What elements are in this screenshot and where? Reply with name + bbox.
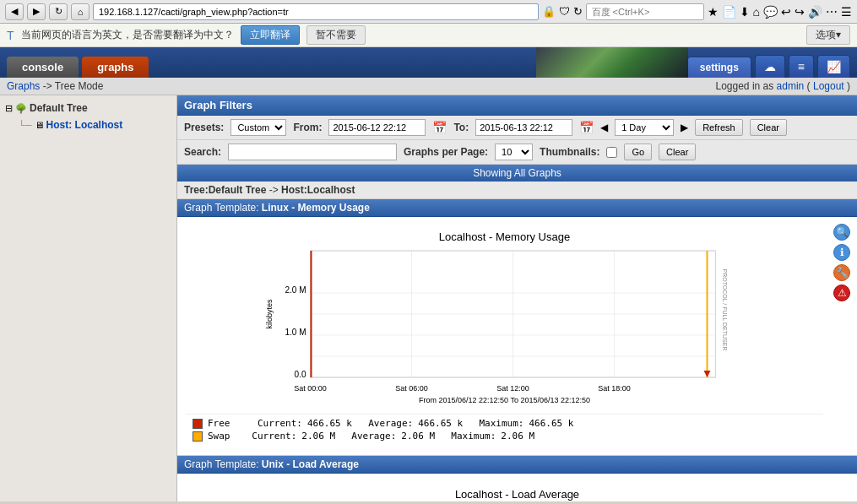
clear-button-2[interactable]: Clear <box>659 144 696 160</box>
search-input[interactable] <box>586 3 704 20</box>
reload-button[interactable]: ↻ <box>49 3 68 20</box>
tree-info-tree-label: Tree: <box>184 184 209 196</box>
nav-home-icon[interactable]: ⌂ <box>753 5 760 19</box>
legend-color-free <box>193 419 203 429</box>
thumbnails-checkbox[interactable] <box>606 147 617 158</box>
graph-2-title: Localhost - Load Average <box>455 488 579 501</box>
graph-1-container: Localhost - Memory Usage <box>177 217 857 456</box>
search-input[interactable] <box>228 144 397 160</box>
filter-row-2: Search: Graphs per Page: 10 Thumbnails: … <box>177 140 857 165</box>
refresh-icon: ↻ <box>573 5 583 18</box>
graph-template-1-header: Graph Template: Linux - Memory Usage <box>177 199 857 217</box>
translate-button[interactable]: 立即翻译 <box>241 25 300 45</box>
logout-link[interactable]: Logout <box>813 80 844 92</box>
refresh-button[interactable]: Refresh <box>695 119 743 136</box>
from-calendar-icon[interactable]: 📅 <box>432 121 447 134</box>
console-tab[interactable]: console <box>7 57 79 78</box>
home-button[interactable]: ⌂ <box>71 3 89 20</box>
zoom-icon[interactable]: 🔍 <box>833 224 850 241</box>
graph-filters-header: Graph Filters <box>177 95 857 116</box>
no-translate-button[interactable]: 暂不需要 <box>306 25 366 45</box>
from-input[interactable] <box>328 119 426 136</box>
chart-title: Localhost - Memory Usage <box>439 230 570 243</box>
settings-tab[interactable]: settings <box>687 57 751 78</box>
paren-close: ) <box>847 80 850 92</box>
options-button[interactable]: 选项▾ <box>806 25 850 45</box>
graph-1-actions: 🔍 ℹ 🔧 ⚠ <box>832 222 852 450</box>
to-label: To: <box>453 122 469 133</box>
translate-icon: T <box>7 29 14 42</box>
presets-label: Presets: <box>184 122 224 133</box>
tree-root[interactable]: ⊟ 🌳 Default Tree <box>5 100 171 116</box>
x-label-4: Sat 18:00 <box>598 384 631 393</box>
breadcrumb-separator: -> <box>43 80 55 92</box>
tree-expand-icon: ⊟ <box>5 103 13 114</box>
to-calendar-icon[interactable]: 📅 <box>579 121 594 134</box>
tree-child-host[interactable]: └─ 🖥 Host: Localhost <box>5 117 171 133</box>
legend-swap-max-label: Maximum: <box>440 431 496 442</box>
graphs-link[interactable]: Graphs <box>7 80 40 92</box>
menu-tab[interactable]: ≡ <box>789 55 814 78</box>
info-icon[interactable]: ℹ <box>833 244 850 261</box>
arrow-right-icon: ▶ <box>681 122 688 133</box>
speaker-icon[interactable]: 🔊 <box>808 5 822 19</box>
bookmark-icon[interactable]: 📄 <box>722 5 736 19</box>
go-button[interactable]: Go <box>624 144 652 160</box>
translation-text: 当前网页的语言为英文，是否需要翻译为中文？ <box>21 28 234 42</box>
graph-1-chart-area: Localhost - Memory Usage <box>182 222 827 450</box>
graphs-tab[interactable]: graphs <box>82 57 149 78</box>
logged-in-text: Logged in as <box>716 80 774 92</box>
legend-free-current-label: Current: <box>258 418 302 429</box>
graph-template-value-2: Unix - Load Average <box>262 458 359 470</box>
graph-1-legend: Free Current: 466.65 k Average: 466.65 k… <box>186 414 823 447</box>
graphs-per-page-select[interactable]: 10 <box>495 144 533 160</box>
cloud-tab[interactable]: ☁ <box>755 55 785 78</box>
warning-icon[interactable]: ⚠ <box>833 285 850 301</box>
chart-tab[interactable]: 📈 <box>817 55 850 78</box>
arrow-icon: ◀ <box>600 122 608 133</box>
clear-button-1[interactable]: Clear <box>750 119 787 136</box>
back-icon2[interactable]: ↩ <box>781 5 791 19</box>
graph-template-label-1: Graph Template: <box>184 202 259 214</box>
legend-row-swap: Swap Current: 2.06 M Average: 2.06 M Max… <box>193 431 816 442</box>
tree-child-connector: └─ <box>19 120 32 130</box>
dots-icon[interactable]: ⋯ <box>826 5 838 19</box>
from-label: From: <box>293 122 322 133</box>
presets-select[interactable]: Custom <box>231 119 286 136</box>
to-input[interactable] <box>475 119 572 136</box>
tree-info-bar: Tree:Default Tree -> Host:Localhost <box>177 182 857 199</box>
period-select[interactable]: 1 Day <box>615 119 674 136</box>
download-icon[interactable]: ⬇ <box>740 5 750 19</box>
tree-info-host-value: Localhost <box>307 184 355 196</box>
tree-root-label: Default Tree <box>30 102 88 114</box>
wrench-icon[interactable]: 🔧 <box>833 264 850 281</box>
y-label-2m: 2.0 M <box>285 285 306 295</box>
graph-template-2-header: Graph Template: Unix - Load Average <box>177 456 857 474</box>
lock-icon: 🔒 <box>542 5 556 18</box>
back-button[interactable]: ◀ <box>5 3 24 20</box>
legend-row-free: Free Current: 466.65 k Average: 466.65 k… <box>193 418 816 429</box>
app-header: console graphs settings ☁ ≡ 📈 <box>0 47 857 78</box>
forward-button[interactable]: ▶ <box>27 3 46 20</box>
x-label-3: Sat 12:00 <box>496 384 529 393</box>
search-label: Search: <box>184 146 221 158</box>
star-icon[interactable]: ★ <box>708 5 719 19</box>
legend-free-max-label: Maximum: <box>468 418 523 429</box>
legend-swap-current-label: Current: <box>252 431 296 442</box>
translation-bar: T 当前网页的语言为英文，是否需要翻译为中文？ 立即翻译 暂不需要 选项▾ <box>0 24 857 47</box>
y-label-1m: 1.0 M <box>285 328 306 337</box>
filter-row-1: Presets: Custom From: 📅 To: 📅 ◀ 1 Day ▶ … <box>177 116 857 140</box>
legend-free-name: Free <box>208 418 252 429</box>
graph-2-area: Localhost - Load Average <box>177 474 857 501</box>
legend-swap-avg-label: Average: <box>340 431 396 442</box>
tree-info-arrow: -> <box>269 184 279 196</box>
host-icon: 🖥 <box>35 120 44 130</box>
forward-icon2[interactable]: ↪ <box>795 5 805 19</box>
legend-color-swap <box>193 431 203 442</box>
username-link[interactable]: admin <box>777 80 805 92</box>
chat-icon[interactable]: 💬 <box>763 5 778 19</box>
content-area: Graph Filters Presets: Custom From: 📅 To… <box>177 95 857 501</box>
x-label-2: Sat 06:00 <box>395 384 428 393</box>
url-bar[interactable] <box>93 3 539 20</box>
menu-icon[interactable]: ☰ <box>841 5 852 19</box>
